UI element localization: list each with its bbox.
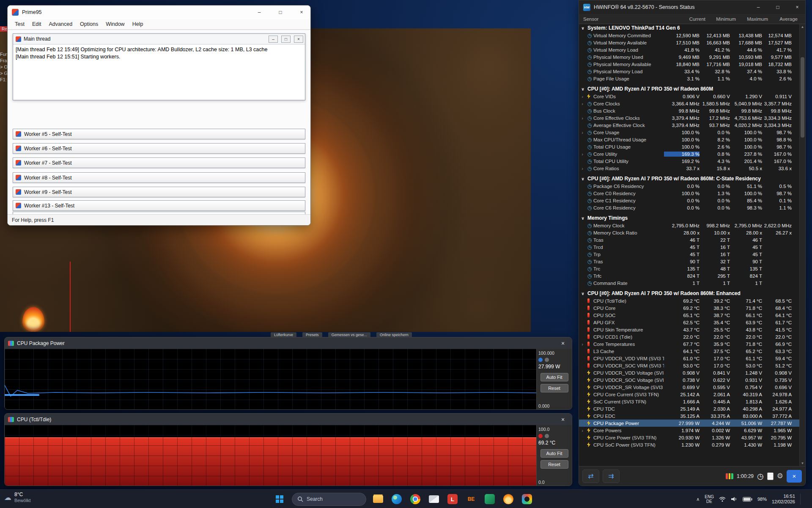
scroll-down-icon[interactable]: ▼ — [800, 461, 805, 465]
sensor-row[interactable]: CPU (Tctl/Tdie)69.2 °C39.2 °C71.4 °C68.5… — [579, 297, 799, 304]
sensor-row[interactable]: ›◷Core Usage100.0 %0.0 %100.0 %98.7 % — [579, 129, 799, 136]
hwinfo-titlebar[interactable]: HW HWiNFO® 64 v8.22-5670 - Sensors Statu… — [579, 0, 805, 14]
series-color-red[interactable] — [538, 434, 543, 438]
sensor-row[interactable]: CPU VDDCR_VDD VRM (SVI3 TFN)61.0 °C17.0 … — [579, 355, 799, 362]
sensor-row[interactable]: ◷Trp45 T16 T45 T — [579, 251, 799, 258]
main-thread-window[interactable]: Main thread – □ × [Main thread Feb 12 15… — [13, 33, 305, 100]
prime95-titlebar[interactable]: Prime95 – □ × — [8, 6, 310, 19]
taskbar-app-be-app[interactable]: BE — [464, 492, 478, 506]
sensor-row[interactable]: L3 Cache64.1 °C37.5 °C65.2 °C63.3 °C — [579, 348, 799, 355]
sensor-section-header[interactable]: ∨CPU [#0]: AMD Ryzen AI 7 PRO 350 w/ Rad… — [579, 85, 799, 93]
sensor-row[interactable]: ◷Package C6 Residency0.0 %0.0 %51.1 %0.5… — [579, 182, 799, 190]
auto-fit-button[interactable]: Auto Fit — [540, 373, 568, 381]
taskbar-app-file-explorer[interactable] — [371, 492, 385, 506]
worker-window[interactable]: Worker #5 - Self-Test — [13, 129, 305, 139]
worker-window[interactable]: Worker #13 - Self-Test — [13, 200, 305, 211]
worker-window[interactable]: Worker #9 - Self-Test — [13, 187, 305, 197]
auto-fit-button[interactable]: Auto Fit — [540, 449, 568, 458]
sensor-row[interactable]: ◷Max CPU/Thread Usage100.0 %8.2 %100.0 %… — [579, 136, 799, 143]
sensor-row[interactable]: ◷Average Effective Clock3,379.4 MHz93.7 … — [579, 121, 799, 129]
taskbar-app-hwinfo[interactable] — [520, 492, 534, 506]
series-color-blue[interactable] — [538, 358, 543, 362]
worker-window[interactable]: Worker #8 - Self-Test — [13, 172, 305, 183]
sensor-row[interactable]: CPU Core69.2 °C38.3 °C71.8 °C68.4 °C — [579, 304, 799, 312]
language-indicator[interactable]: ENG DE — [705, 494, 714, 504]
sensor-row[interactable]: ◷Core C6 Residency0.0 %0.0 %98.3 %1.1 % — [579, 204, 799, 211]
sensor-row[interactable]: SoC Current (SVI3 TFN)1.666 A0.445 A1.81… — [579, 398, 799, 405]
menu-edit[interactable]: Edit — [28, 20, 45, 28]
performance-icon[interactable] — [726, 473, 733, 479]
menu-advanced[interactable]: Advanced — [45, 20, 76, 28]
volume-icon[interactable] — [731, 497, 738, 502]
sensor-row[interactable]: ◷Tcas46 T22 T46 T — [579, 236, 799, 243]
series-color-gray[interactable] — [545, 434, 549, 438]
close-icon[interactable]: × — [293, 6, 310, 19]
taskbar-app-chrome[interactable] — [409, 492, 422, 506]
close-sensors-button[interactable]: × — [787, 470, 802, 483]
sensor-section-header[interactable]: ∨CPU [#0]: AMD Ryzen AI 7 PRO 350 w/ Rad… — [579, 290, 799, 297]
sensor-row[interactable]: ›Core VIDs0.906 V0.660 V1.290 V0.911 V — [579, 93, 799, 100]
close-icon[interactable]: × — [789, 0, 805, 14]
column-current[interactable]: Current — [670, 17, 705, 22]
worker-window[interactable]: Worker #14 - Self-Test — [13, 212, 305, 214]
gear-icon[interactable]: ⚙ — [777, 472, 783, 480]
close-icon[interactable]: × — [557, 340, 568, 347]
wifi-icon[interactable] — [719, 497, 726, 502]
skip-forward-icon[interactable]: ⇉ — [603, 469, 620, 483]
sensor-row[interactable]: ◷Virtual Memory Available17,510 MB16,663… — [579, 39, 799, 46]
show-desktop-button[interactable] — [800, 494, 806, 505]
main-thread-titlebar[interactable]: Main thread – □ × — [13, 34, 305, 44]
sensor-row[interactable]: CPU Core Current (SVI3 TFN)25.142 A2.061… — [579, 391, 799, 398]
taskbar-app-edge[interactable] — [390, 492, 403, 506]
column-maximum[interactable]: Maximum — [736, 17, 768, 22]
taskbar-app-libreoffice[interactable]: L — [446, 492, 459, 506]
sensor-row[interactable]: ◷Trcd45 T16 T45 T — [579, 243, 799, 251]
report-icon[interactable] — [767, 472, 774, 480]
search-input[interactable]: Search — [292, 493, 366, 506]
scrollbar-thumb[interactable] — [801, 57, 804, 138]
minimize-icon[interactable]: – — [250, 6, 268, 19]
maximize-icon[interactable]: □ — [272, 6, 289, 19]
sensor-row[interactable]: CPU Core Power (SVI3 TFN)20.930 W1.326 W… — [579, 434, 799, 441]
sensor-row[interactable]: ◷Physical Memory Used9,469 MB9,291 MB10,… — [579, 53, 799, 61]
taskbar-app-mail[interactable] — [427, 492, 441, 506]
sensor-row[interactable]: CPU TDC25.149 A2.030 A40.298 A24.977 A — [579, 405, 799, 412]
maximize-icon[interactable]: □ — [281, 36, 291, 43]
tray-expand-icon[interactable]: ∧ — [696, 497, 700, 502]
sensor-section-header[interactable]: ∨Memory Timings — [579, 214, 799, 222]
sensor-row[interactable]: ◷Memory Clock2,795.0 MHz998.2 MHz2,795.0… — [579, 222, 799, 229]
maximize-icon[interactable]: □ — [770, 0, 786, 14]
graph-titlebar[interactable]: CPU (Tctl/Tdie) × — [5, 414, 572, 425]
sensor-row[interactable]: CPU Skin Temperature43.7 °C25.5 °C43.8 °… — [579, 326, 799, 333]
sensor-row[interactable]: CPU VDDCR_SOC VRM (SVI3 TFN)53.0 °C17.0 … — [579, 362, 799, 369]
sensor-row[interactable]: ◷Virtual Memory Committed12,590 MB12,413… — [579, 32, 799, 39]
scroll-up-icon[interactable]: ▲ — [800, 25, 805, 29]
start-button[interactable] — [272, 492, 287, 506]
column-average[interactable]: Average — [768, 17, 798, 22]
sensor-row[interactable]: ›Core Temperatures67.7 °C35.9 °C71.8 °C6… — [579, 340, 799, 348]
worker-window[interactable]: Worker #6 - Self-Test — [13, 143, 305, 154]
sensor-row[interactable]: ◷Command Rate1 T1 T1 T — [579, 279, 799, 287]
sensor-row[interactable]: ›Core Powers1.974 W0.002 W6.629 W1.965 W — [579, 427, 799, 434]
sensor-row[interactable]: ◷Bus Clock99.8 MHz99.8 MHz99.8 MHz99.8 M… — [579, 107, 799, 114]
sensor-row[interactable]: CPU EDC35.125 A33.375 A83.000 A37.772 A — [579, 412, 799, 420]
close-icon[interactable]: × — [557, 416, 568, 423]
graph-titlebar[interactable]: CPU Package Power × — [5, 337, 572, 349]
minimize-icon[interactable]: – — [269, 36, 278, 43]
sensor-column-header[interactable]: Sensor Current Minimum Maximum Average — [579, 14, 805, 24]
minimize-icon[interactable]: – — [750, 0, 766, 14]
sensor-row[interactable]: CPU SOC65.1 °C38.7 °C66.1 °C64.1 °C — [579, 312, 799, 319]
sensor-row[interactable]: ›◷Core Ratios33.7 x15.8 x50.5 x33.6 x — [579, 165, 799, 172]
menu-options[interactable]: Options — [76, 20, 102, 28]
taskbar-app-green-app[interactable] — [483, 492, 497, 506]
sensor-row[interactable]: ◷Physical Memory Load33.4 %32.8 %37.4 %3… — [579, 68, 799, 75]
sensor-row[interactable]: CPU CCD1 (Tdie)22.0 °C22.0 °C22.0 °C22.0… — [579, 333, 799, 340]
sensor-row[interactable]: ◷Tras90 T32 T90 T — [579, 258, 799, 265]
weather-widget[interactable]: ☁ 8°C Bewölkt — [4, 491, 31, 503]
sensor-row[interactable]: CPU VDDCR_VDD Voltage (SVI3 ...0.908 V0.… — [579, 369, 799, 376]
menu-test[interactable]: Test — [11, 20, 28, 28]
menu-window[interactable]: Window — [102, 20, 128, 28]
sensor-row[interactable]: CPU Package Power27.999 W4.244 W51.006 W… — [579, 420, 799, 427]
sensor-row[interactable]: ›◷Core Effective Clocks3,379.4 MHz17.2 M… — [579, 114, 799, 121]
sensor-row[interactable]: ◷Page File Usage3.1 %1.1 %4.0 %2.6 % — [579, 75, 799, 82]
